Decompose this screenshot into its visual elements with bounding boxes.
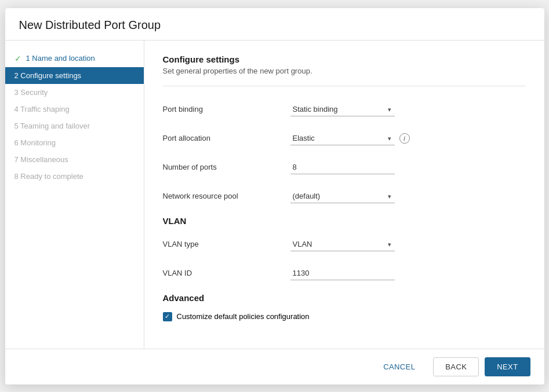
number-of-ports-row: Number of ports — [163, 158, 526, 177]
sidebar-item-label: 6 Monitoring — [14, 138, 56, 147]
section-divider — [163, 86, 526, 86]
port-binding-row: Port binding Static binding Dynamic bind… — [163, 100, 526, 119]
back-button[interactable]: BACK — [433, 357, 479, 376]
sidebar: ✓ 1 Name and location 2 Configure settin… — [5, 41, 144, 349]
customize-policies-checkbox[interactable]: ✓ — [163, 312, 172, 321]
sidebar-item-label: 5 Teaming and failover — [14, 122, 90, 130]
vlan-id-input[interactable] — [290, 266, 395, 280]
vlan-id-row: VLAN ID — [163, 264, 526, 283]
advanced-section-title: Advanced — [163, 293, 526, 303]
port-binding-select-wrapper: Static binding Dynamic binding Ephemeral… — [290, 102, 395, 116]
check-icon: ✓ — [14, 54, 21, 63]
sidebar-item-label: 7 Miscellaneous — [14, 155, 68, 164]
number-of-ports-control — [290, 160, 395, 174]
vlan-type-row: VLAN type None VLAN VLAN Trunking Privat… — [163, 235, 526, 254]
new-distributed-port-group-dialog: New Distributed Port Group ✓ 1 Name and … — [5, 8, 544, 384]
number-of-ports-label: Number of ports — [163, 163, 290, 171]
next-button[interactable]: NEXT — [485, 357, 530, 376]
port-binding-control: Static binding Dynamic binding Ephemeral… — [290, 102, 395, 116]
vlan-type-label: VLAN type — [163, 240, 290, 248]
sidebar-item-ready-to-complete[interactable]: 8 Ready to complete — [5, 168, 144, 185]
customize-policies-label: Customize default policies configuration — [177, 312, 310, 321]
port-allocation-control: Elastic Fixed ▾ i — [290, 131, 410, 145]
sidebar-item-label: 3 Security — [14, 88, 48, 97]
network-resource-pool-select[interactable]: (default) — [290, 189, 395, 203]
network-resource-pool-row: Network resource pool (default) ▾ — [163, 187, 526, 206]
number-of-ports-input[interactable] — [290, 160, 395, 174]
section-subtitle: Set general properties of the new port g… — [163, 67, 526, 75]
advanced-section: Advanced ✓ Customize default policies co… — [163, 293, 526, 321]
vlan-type-select-wrapper: None VLAN VLAN Trunking Private VLAN ▾ — [290, 237, 395, 251]
network-resource-pool-control: (default) ▾ — [290, 189, 395, 203]
vlan-type-select[interactable]: None VLAN VLAN Trunking Private VLAN — [290, 237, 395, 251]
main-content: Configure settings Set general propertie… — [144, 41, 544, 349]
sidebar-item-label: 4 Traffic shaping — [14, 105, 70, 113]
sidebar-item-label: 8 Ready to complete — [14, 172, 83, 181]
port-allocation-select-wrapper: Elastic Fixed ▾ — [290, 131, 395, 145]
port-allocation-label: Port allocation — [163, 134, 290, 142]
sidebar-item-name-location[interactable]: ✓ 1 Name and location — [5, 50, 144, 67]
sidebar-item-teaming-failover[interactable]: 5 Teaming and failover — [5, 118, 144, 134]
port-allocation-select[interactable]: Elastic Fixed — [290, 131, 395, 145]
sidebar-item-traffic-shaping[interactable]: 4 Traffic shaping — [5, 101, 144, 118]
network-resource-pool-label: Network resource pool — [163, 192, 290, 200]
section-title: Configure settings — [163, 54, 526, 64]
vlan-section-title: VLAN — [163, 216, 526, 226]
sidebar-item-miscellaneous[interactable]: 7 Miscellaneous — [5, 151, 144, 168]
sidebar-item-configure-settings[interactable]: 2 Configure settings — [5, 67, 144, 84]
network-resource-pool-select-wrapper: (default) ▾ — [290, 189, 395, 203]
port-allocation-row: Port allocation Elastic Fixed ▾ i — [163, 129, 526, 148]
customize-policies-row: ✓ Customize default policies configurati… — [163, 312, 526, 321]
dialog-body: ✓ 1 Name and location 2 Configure settin… — [5, 41, 544, 349]
dialog-title: New Distributed Port Group — [5, 8, 544, 41]
dialog-footer: CANCEL BACK NEXT — [5, 349, 544, 384]
port-binding-label: Port binding — [163, 105, 290, 113]
vlan-type-control: None VLAN VLAN Trunking Private VLAN ▾ — [290, 237, 395, 251]
port-binding-select[interactable]: Static binding Dynamic binding Ephemeral… — [290, 102, 395, 116]
cancel-button[interactable]: CANCEL — [371, 357, 427, 376]
sidebar-item-monitoring[interactable]: 6 Monitoring — [5, 134, 144, 151]
vlan-id-control — [290, 266, 395, 280]
sidebar-item-label: 2 Configure settings — [14, 71, 82, 80]
vlan-id-label: VLAN ID — [163, 269, 290, 277]
sidebar-item-label: 1 Name and location — [26, 54, 95, 63]
sidebar-item-security[interactable]: 3 Security — [5, 84, 144, 101]
info-icon[interactable]: i — [399, 133, 410, 144]
checkmark-icon: ✓ — [165, 313, 170, 320]
